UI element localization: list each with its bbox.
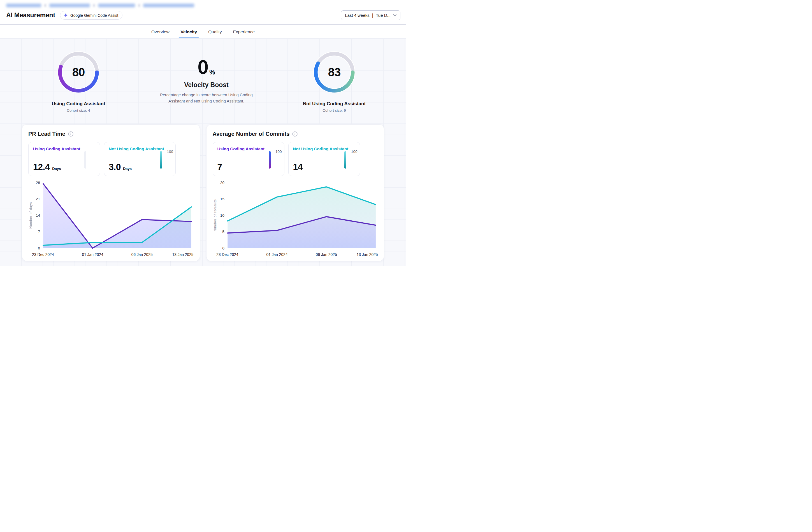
velocity-summary-section: 80Using Coding AssistantCohort size: 4 0… — [22, 38, 384, 113]
svg-text:13 Jan 2025: 13 Jan 2025 — [357, 253, 378, 257]
stat-tile-not-using-coding-assistant: Not Using Coding Assistant3.0Days100 — [104, 142, 176, 176]
stat-tile-scale-bar — [160, 151, 162, 168]
date-range-select[interactable]: Last 4 weeks | Tue D... — [341, 10, 401, 20]
gauge-cohort-size: Cohort size: 9 — [322, 108, 346, 113]
breadcrumb-item-redacted[interactable] — [49, 4, 90, 7]
stat-tile-scale-max: 100 — [351, 149, 358, 154]
gemini-star-icon — [63, 13, 68, 18]
svg-text:06 Jan 2025: 06 Jan 2025 — [131, 253, 153, 257]
boost-value: 0 — [198, 59, 208, 76]
svg-text:23 Dec 2024: 23 Dec 2024 — [32, 253, 54, 257]
svg-text:01 Jan 2024: 01 Jan 2024 — [266, 253, 288, 257]
tab-quality[interactable]: Quality — [207, 28, 222, 38]
svg-text:Number of days: Number of days — [29, 202, 33, 228]
info-icon[interactable] — [292, 131, 298, 137]
stat-tile-label: Using Coding Assistant — [33, 146, 95, 151]
stat-tile-value: 14 — [293, 162, 303, 172]
area-chart-average-number-of-commits: 05101520Number of commits23 Dec 202401 J… — [213, 178, 378, 258]
card-pr-lead-time: PR Lead TimeUsing Coding Assistant12.4Da… — [22, 124, 200, 261]
tab-overview[interactable]: Overview — [150, 28, 170, 38]
svg-text:10: 10 — [220, 213, 224, 218]
breadcrumb — [6, 3, 401, 8]
breadcrumb-separator — [139, 4, 140, 7]
stat-tile-value-row: 12.4Days — [33, 162, 61, 172]
gauge-value: 80 — [57, 51, 100, 93]
gauge-value: 83 — [313, 51, 355, 93]
stat-tile-label: Not Using Coding Assistant — [109, 146, 171, 151]
stat-tile-unit: Days — [52, 167, 61, 171]
chart-container: 05101520Number of commits23 Dec 202401 J… — [213, 178, 378, 258]
dashboard-content: 80Using Coding AssistantCohort size: 4 0… — [0, 38, 406, 266]
gauge-label: Not Using Coding Assistant — [303, 101, 366, 107]
chevron-down-icon — [393, 14, 396, 16]
stat-tile-scale-max: 100 — [275, 149, 282, 154]
page-header: AI Measurement Google Gemini Code Assist… — [0, 0, 406, 25]
gauge-not-using-coding-assistant: 83Not Using Coding AssistantCohort size:… — [292, 51, 376, 113]
info-icon[interactable] — [68, 131, 73, 137]
svg-text:0: 0 — [222, 246, 224, 250]
assistant-badge-label: Google Gemini Code Assist — [70, 13, 118, 18]
stat-tiles: Using Coding Assistant12.4DaysNot Using … — [28, 142, 193, 176]
stat-tile-value-row: 14 — [293, 162, 303, 172]
breadcrumb-item-redacted[interactable] — [98, 4, 135, 7]
stat-tile-using-coding-assistant: Using Coding Assistant12.4Days — [28, 142, 100, 176]
assistant-badge[interactable]: Google Gemini Code Assist — [60, 11, 122, 19]
boost-description: Percentage change in score between Using… — [159, 92, 253, 104]
date-range-value: Tue D... — [376, 13, 391, 18]
card-title-row: PR Lead Time — [28, 131, 193, 137]
ai-measurement-page: AI Measurement Google Gemini Code Assist… — [0, 0, 406, 266]
stat-tile-scale-bar — [344, 151, 346, 168]
stat-tile-scale-max: 100 — [167, 149, 173, 154]
stat-tile-value: 3.0 — [109, 162, 121, 172]
velocity-boost: 0 % Velocity Boost Percentage change in … — [141, 51, 272, 104]
boost-title: Velocity Boost — [141, 81, 272, 89]
gauge-cohort-size: Cohort size: 4 — [67, 108, 90, 113]
svg-text:28: 28 — [36, 181, 40, 185]
date-range-separator: | — [372, 13, 373, 18]
stat-tile-value: 7 — [217, 162, 222, 172]
chart-container: 07142128Number of days23 Dec 202401 Jan … — [28, 178, 193, 258]
area-chart-pr-lead-time: 07142128Number of days23 Dec 202401 Jan … — [28, 178, 193, 258]
svg-text:23 Dec 2024: 23 Dec 2024 — [216, 253, 238, 257]
svg-text:15: 15 — [220, 197, 224, 201]
svg-text:Number of commits: Number of commits — [213, 199, 217, 232]
stat-tile-unit: Days — [123, 167, 132, 171]
gauge-ring: 83 — [313, 51, 355, 93]
breadcrumb-item-redacted[interactable] — [143, 4, 194, 7]
stat-tile-not-using-coding-assistant: Not Using Coding Assistant14100 — [288, 142, 360, 176]
svg-text:20: 20 — [220, 181, 224, 185]
gauge-using-coding-assistant: 80Using Coding AssistantCohort size: 4 — [37, 51, 120, 113]
svg-text:7: 7 — [38, 230, 40, 234]
stat-tile-scale-bar — [84, 151, 86, 168]
tab-velocity[interactable]: Velocity — [180, 28, 198, 38]
breadcrumb-separator — [93, 4, 95, 7]
tab-experience[interactable]: Experience — [232, 28, 256, 38]
card-title-row: Average Number of Commits — [213, 131, 378, 137]
stat-tile-using-coding-assistant: Using Coding Assistant7100 — [213, 142, 285, 176]
svg-text:21: 21 — [36, 197, 40, 201]
breadcrumb-item-redacted[interactable] — [6, 4, 41, 7]
stat-tile-label: Not Using Coding Assistant — [293, 146, 355, 151]
card-title: PR Lead Time — [28, 131, 65, 137]
page-title: AI Measurement — [6, 12, 55, 19]
stat-tile-label: Using Coding Assistant — [217, 146, 280, 151]
breadcrumb-separator — [45, 4, 46, 7]
svg-text:0: 0 — [38, 246, 40, 250]
stat-tile-value: 12.4 — [33, 162, 50, 172]
card-title: Average Number of Commits — [213, 131, 290, 137]
svg-text:06 Jan 2025: 06 Jan 2025 — [316, 253, 337, 257]
gauge-ring: 80 — [57, 51, 100, 93]
stat-tiles: Using Coding Assistant7100Not Using Codi… — [213, 142, 378, 176]
tab-bar: OverviewVelocityQualityExperience — [0, 25, 406, 38]
metric-cards: PR Lead TimeUsing Coding Assistant12.4Da… — [22, 124, 384, 261]
card-average-number-of-commits: Average Number of CommitsUsing Coding As… — [206, 124, 385, 261]
stat-tile-value-row: 7 — [217, 162, 222, 172]
svg-text:14: 14 — [36, 213, 40, 218]
svg-text:13 Jan 2025: 13 Jan 2025 — [172, 253, 193, 257]
stat-tile-scale-bar — [269, 151, 271, 168]
boost-value-row: 0 % — [198, 59, 215, 76]
stat-tile-value-row: 3.0Days — [109, 162, 132, 172]
boost-unit: % — [209, 69, 215, 76]
date-range-label: Last 4 weeks — [345, 13, 369, 18]
svg-text:01 Jan 2024: 01 Jan 2024 — [82, 253, 103, 257]
